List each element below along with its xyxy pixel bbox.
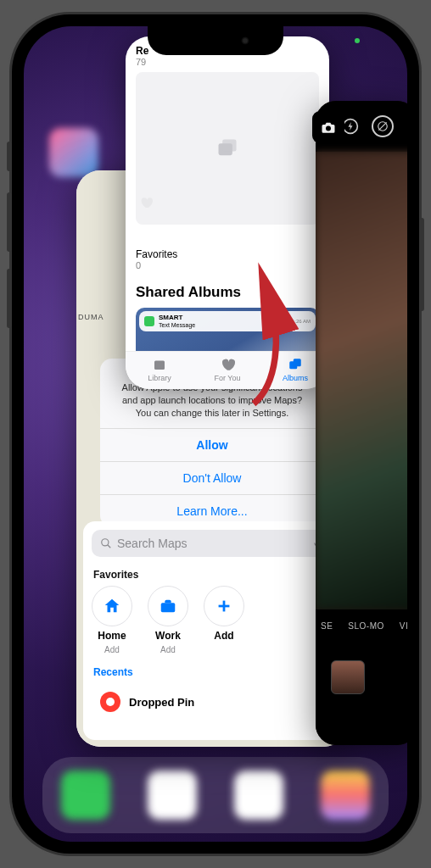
notch [148,26,283,55]
flash-icon [342,118,359,135]
notification-preview: SMART Text Message 11:26 AM [139,311,316,331]
svg-line-1 [108,545,111,548]
recent-title: Dropped Pin [129,696,194,709]
power-button[interactable] [419,218,424,311]
tab-label: Library [148,374,171,382]
search-icon [100,537,112,549]
tab-label: For You [214,374,240,382]
svg-rect-8 [154,361,165,370]
favorites-album[interactable]: Favorites 0 [126,247,329,272]
dock-app-icon [321,771,370,820]
svg-rect-3 [161,603,176,612]
iphone-frame: River DUMA ☁️ 2 Help Improve Allow Apple… [12,14,419,854]
home-app-icon [49,128,98,177]
favorites-row: Home Add Work Add Add [92,586,333,654]
mode-video[interactable]: VID [400,621,407,631]
search-input[interactable]: Search Maps [92,530,333,557]
app-card-camera[interactable]: SE SLO-MO VID [316,101,407,745]
favorite-add[interactable]: Add [204,586,244,654]
camera-viewfinder[interactable] [316,152,407,609]
silent-switch[interactable] [7,142,12,171]
svg-point-0 [102,539,109,546]
app-card-photos[interactable]: Re 79 Favorites 0 Shared Albums SMART [126,36,329,389]
dock-app-icon [61,771,110,820]
last-photo-thumbnail[interactable] [331,660,365,694]
camera-app-icon[interactable] [312,111,344,143]
photos-stack-icon [216,136,239,160]
album-thumbnail[interactable] [136,72,319,225]
volume-down-button[interactable] [7,269,12,328]
svg-rect-7 [222,140,236,152]
for-you-icon [219,357,236,372]
night-mode-button[interactable] [372,115,394,137]
notification-app-icon [144,316,154,326]
allow-button[interactable]: Allow [100,428,324,461]
favorite-sublabel [223,645,226,654]
album-count: 79 [136,57,319,67]
tab-for-you[interactable]: For You [193,357,261,382]
camera-in-use-indicator [355,38,360,43]
screen: River DUMA ☁️ 2 Help Improve Allow Apple… [24,26,407,842]
camera-bottom-bar: SE SLO-MO VID [316,609,407,745]
favorites-header: Favorites [93,569,331,581]
briefcase-icon [148,586,188,626]
dock-app-icon [148,771,197,820]
tab-label: Albums [283,374,308,382]
photos-tab-bar: Library For You Albums [126,351,329,389]
favorite-label: Work [155,630,181,642]
favorites-count: 0 [136,260,319,270]
favorite-home[interactable]: Home Add [92,586,132,654]
heart-icon [139,196,153,209]
notification-time: 11:26 AM [289,319,311,324]
recent-item[interactable]: Dropped Pin [92,683,333,721]
favorite-work[interactable]: Work Add [148,586,188,654]
search-placeholder: Search Maps [117,537,187,550]
mode-se[interactable]: SE [321,621,333,631]
maps-bottom-sheet[interactable]: Search Maps Mo Favorites Home Add Work A… [83,521,341,740]
plus-icon [204,586,244,626]
tab-library[interactable]: Library [126,357,193,382]
pin-icon [100,692,120,712]
mode-slomo[interactable]: SLO-MO [348,621,383,631]
albums-icon [287,357,304,372]
library-icon [151,357,168,372]
camera-modes[interactable]: SE SLO-MO VID [316,621,407,631]
camera-icon [319,120,338,135]
dock [42,757,389,833]
home-icon [92,586,132,626]
svg-rect-10 [294,359,301,366]
favorite-sublabel: Add [160,645,176,654]
favorite-sublabel: Add [104,645,120,654]
favorites-label: Favorites [136,248,319,260]
favorite-label: Home [98,630,126,642]
dont-allow-button[interactable]: Don't Allow [100,461,324,494]
dock-app-icon [234,771,283,820]
volume-up-button[interactable] [7,192,12,252]
notification-sender: SMART [159,314,195,322]
notification-body: Text Message [159,322,195,328]
shared-albums-header: Shared Albums [126,272,329,308]
favorite-label: Add [214,630,233,642]
recents-header: Recents [93,666,331,678]
map-area-label: DUMA [78,313,104,321]
svg-line-14 [378,122,386,130]
svg-point-11 [326,126,331,131]
night-mode-off-icon [377,120,389,132]
